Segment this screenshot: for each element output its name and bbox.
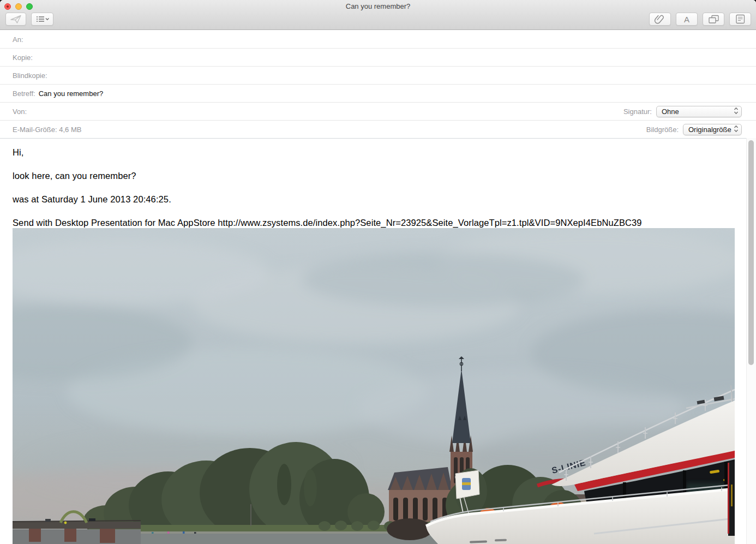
image-size-value: Originalgröße xyxy=(688,125,731,134)
paper-plane-icon xyxy=(10,14,22,24)
mail-size-label: E-Mail-Größe: 4,6 MB xyxy=(13,125,81,134)
send-button[interactable] xyxy=(5,13,26,26)
stepper-chevrons-icon xyxy=(734,125,739,134)
subject-field[interactable]: Betreff: Can you remember? xyxy=(0,85,756,103)
photo-attachment[interactable]: S-LINIE xyxy=(13,228,735,544)
lists-menu-button[interactable] xyxy=(31,13,53,26)
cc-label: Kopie: xyxy=(13,53,33,62)
mail-compose-window: Can you remember? xyxy=(0,0,756,544)
body-line[interactable]: was at Saturday 1 June 2013 20:46:25. xyxy=(13,194,746,205)
body-line[interactable]: Hi, xyxy=(13,147,746,158)
message-body-editor[interactable]: Hi, look here, can you remember? was at … xyxy=(0,139,746,241)
scrollbar-thumb[interactable] xyxy=(748,140,754,365)
from-label: Von: xyxy=(13,107,27,116)
bcc-field[interactable]: Blindkopie: xyxy=(0,67,756,85)
photo-browser-button[interactable] xyxy=(703,13,724,26)
mail-size-row: E-Mail-Größe: 4,6 MB Bildgröße: Original… xyxy=(0,121,756,139)
signature-label: Signatur: xyxy=(623,107,652,116)
compose-header-fields: An: Kopie: Blindkopie: Betreff: Can you … xyxy=(0,31,756,139)
signature-popup[interactable]: Ohne xyxy=(656,106,742,117)
image-size-label: Bildgröße: xyxy=(646,125,679,134)
paperclip-icon xyxy=(654,14,666,25)
list-chevron-icon xyxy=(35,15,50,23)
window-title: Can you remember? xyxy=(0,2,756,10)
stepper-chevrons-icon xyxy=(734,107,739,116)
stationery-icon xyxy=(735,14,746,25)
window-frame-edge xyxy=(728,462,735,536)
cc-field[interactable]: Kopie: xyxy=(0,49,756,67)
subject-label: Betreff: xyxy=(13,89,35,98)
body-line[interactable]: look here, can you remember? xyxy=(13,171,746,181)
attach-button[interactable] xyxy=(649,13,671,26)
body-line[interactable]: Send with Desktop Presentation for Mac A… xyxy=(13,218,746,228)
stationery-button[interactable] xyxy=(729,13,751,26)
to-label: An: xyxy=(13,35,23,44)
to-field[interactable]: An: xyxy=(0,31,756,49)
titlebar: Can you remember? xyxy=(0,0,756,30)
subject-value: Can you remember? xyxy=(39,89,104,98)
format-button[interactable]: A xyxy=(676,13,698,26)
photo-browser-icon xyxy=(707,14,719,24)
dark-bush xyxy=(387,518,433,540)
vertical-scrollbar[interactable] xyxy=(746,138,756,544)
bcc-label: Blindkopie: xyxy=(13,71,47,80)
image-size-popup[interactable]: Originalgröße xyxy=(683,124,742,135)
signature-value: Ohne xyxy=(662,107,679,116)
from-field[interactable]: Von: Signatur: Ohne xyxy=(0,103,756,121)
letter-a-icon: A xyxy=(684,15,689,24)
